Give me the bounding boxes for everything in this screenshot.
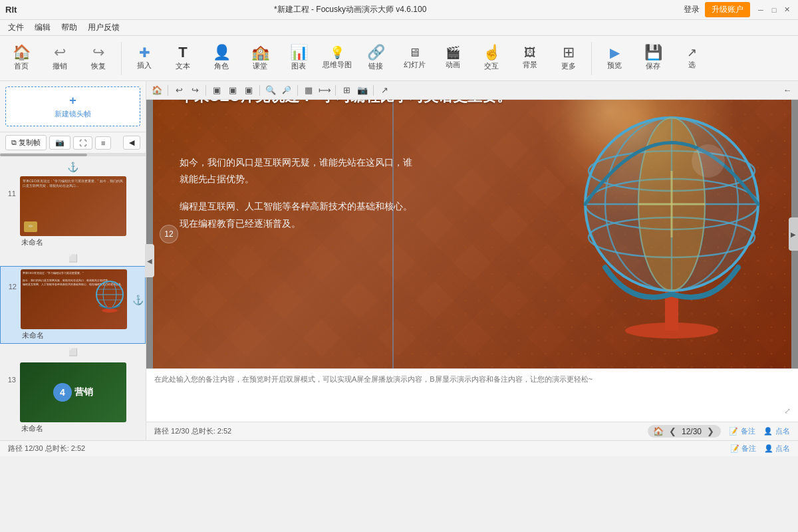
toolbar-animation[interactable]: 🎬 动画 bbox=[434, 39, 471, 78]
canvas-home-btn[interactable]: 🏠 bbox=[150, 84, 164, 97]
toolbar-text-label: 文本 bbox=[176, 61, 190, 71]
toolbar-text[interactable]: T 文本 bbox=[164, 39, 201, 78]
toolbar-chart[interactable]: 📊 图表 bbox=[280, 39, 317, 78]
canvas-undo-btn[interactable]: ↩ bbox=[172, 84, 186, 97]
text-icon: T bbox=[178, 45, 187, 60]
toolbar-role[interactable]: 👤 角色 bbox=[203, 39, 240, 78]
left-collapse-button[interactable]: ◀ bbox=[145, 244, 154, 277]
rollcall-action-button[interactable]: 👤 点名 bbox=[763, 426, 790, 436]
toolbar-animation-label: 动画 bbox=[446, 60, 460, 70]
toolbar-preview[interactable]: ▶ 预览 bbox=[596, 39, 633, 78]
nav-home-icon[interactable]: 🏠 bbox=[653, 426, 664, 436]
menu-feedback[interactable]: 用户反馈 bbox=[82, 21, 125, 35]
toolbar-class[interactable]: 🏫 课堂 bbox=[241, 39, 279, 78]
toolbar-insert[interactable]: ✚ 插入 bbox=[126, 39, 163, 78]
mind-icon: 💡 bbox=[330, 47, 344, 59]
toolbar-class-label: 课堂 bbox=[253, 61, 267, 71]
nav-next-button[interactable]: ❯ bbox=[706, 426, 716, 436]
slide-name-11: 未命名 bbox=[20, 237, 140, 247]
camera-button[interactable]: 📷 bbox=[49, 136, 70, 150]
slide-controls: ⧉ 复制帧 📷 ⛶ ≡ ◀ bbox=[0, 132, 146, 154]
canvas-back-btn[interactable]: ← bbox=[781, 84, 794, 97]
canvas-zoom-out-btn[interactable]: 🔎 bbox=[280, 84, 293, 97]
slide-item-11[interactable]: 11 苹果CEO库克说过："学习编程比学习英语更重要。" 如今，我们的风口是互联… bbox=[0, 174, 146, 250]
toolbar-redo[interactable]: ↪ 恢复 bbox=[80, 39, 117, 78]
canvas-zoom-in-btn[interactable]: 🔍 bbox=[264, 84, 277, 97]
toolbar-preview-label: 预览 bbox=[607, 61, 622, 70]
status-rollcall-button[interactable]: 👤 点名 bbox=[764, 444, 790, 454]
toolbar-link[interactable]: 🔗 链接 bbox=[357, 39, 394, 78]
toolbar-interact[interactable]: ☝ 交互 bbox=[473, 39, 510, 78]
toolbar-select[interactable]: ↗ 选 bbox=[673, 39, 710, 78]
canvas-rect3-btn[interactable]: ▣ bbox=[242, 84, 255, 97]
copy-frame-button[interactable]: ⧉ 复制帧 bbox=[5, 135, 47, 150]
slide-item-13[interactable]: 13 4 营销 未命名 bbox=[0, 360, 146, 436]
canvas-rect2-btn[interactable]: ▣ bbox=[226, 84, 239, 97]
panel-collapse-button[interactable]: ◀ bbox=[123, 136, 140, 150]
toolbar-sep-2 bbox=[591, 42, 592, 75]
toolbar-save-label: 保存 bbox=[646, 61, 660, 71]
canvas-layout-btn[interactable]: ⊞ bbox=[340, 84, 353, 97]
slide-group-13: 13 4 营销 未命名 bbox=[0, 358, 146, 438]
fullscreen-icon: ⛶ bbox=[79, 139, 86, 147]
toolbar-slideshow[interactable]: 🖥 幻灯片 bbox=[396, 39, 433, 78]
toolbar-bg[interactable]: 🖼 背景 bbox=[511, 39, 549, 78]
menu-edit[interactable]: 编辑 bbox=[29, 21, 56, 35]
svg-point-6 bbox=[102, 309, 118, 313]
nav-page-text: 12/30 bbox=[682, 427, 702, 436]
login-button[interactable]: 登录 bbox=[684, 4, 700, 15]
notes-action-button[interactable]: 📝 备注 bbox=[729, 426, 755, 436]
class-icon: 🏫 bbox=[251, 45, 269, 60]
slide-vertical-line bbox=[392, 100, 394, 368]
slide-body: 如今，我们的风口是互联网无疑，谁能先站在这风口，谁就能先占据优势。 编程是互联网… bbox=[180, 154, 419, 232]
slide-13-title: 营销 bbox=[74, 386, 93, 398]
scroll-indicator bbox=[0, 154, 146, 156]
close-button[interactable]: ✕ bbox=[782, 5, 793, 15]
canvas-grid-btn[interactable]: ▦ bbox=[302, 84, 315, 97]
slide-11-content: 苹果CEO库克说过："学习编程比学习英语更重要。" 如今，我们的风口是互联网无疑… bbox=[20, 176, 126, 196]
canvas-photo-btn[interactable]: 📷 bbox=[356, 84, 369, 97]
nav-prev-button[interactable]: ❮ bbox=[668, 426, 678, 436]
canvas-area: 🏠 ↩ ↪ ▣ ▣ ▣ 🔍 🔎 ▦ ⟼ ⊞ 📷 ↗ ← bbox=[146, 81, 798, 440]
maximize-button[interactable]: □ bbox=[769, 5, 779, 15]
interact-icon: ☝ bbox=[483, 45, 501, 60]
notes-input[interactable] bbox=[146, 369, 798, 422]
slide-item-12[interactable]: 12 苹果CEO库克说过："学习编程比学习英语更重要。" 如今，我们的风口是互联… bbox=[0, 266, 146, 344]
toolbar-more[interactable]: ⊞ 更多 bbox=[550, 39, 587, 78]
canvas-rect1-btn[interactable]: ▣ bbox=[210, 84, 223, 97]
more-icon: ⊞ bbox=[563, 45, 575, 60]
status-notes-button[interactable]: 📝 备注 bbox=[730, 444, 756, 454]
toolbar-undo[interactable]: ↩ 撤销 bbox=[41, 39, 78, 78]
slide-name-13: 未命名 bbox=[20, 424, 140, 434]
fullscreen-button[interactable]: ⛶ bbox=[73, 136, 92, 150]
canvas-redo-btn[interactable]: ↪ bbox=[188, 84, 201, 97]
chart-icon: 📊 bbox=[290, 45, 308, 60]
toolbar-home[interactable]: 🏠 首页 bbox=[3, 39, 40, 78]
slide-group-11: ⚓ 11 苹果CEO库克说过："学习编程比学习英语更重要。" 如今，我们的风口是… bbox=[0, 159, 146, 251]
canvas-arrow-btn[interactable]: ⟼ bbox=[318, 84, 331, 97]
toolbar-sep-1 bbox=[121, 42, 122, 75]
toolbar-save[interactable]: 💾 保存 bbox=[634, 39, 672, 78]
select-icon: ↗ bbox=[687, 47, 697, 59]
more-options-button[interactable]: ≡ bbox=[95, 136, 111, 150]
link-icon: 🔗 bbox=[367, 45, 385, 60]
canvas-sep-2 bbox=[205, 85, 206, 96]
new-frame-button[interactable]: + 新建镜头帧 bbox=[5, 86, 140, 126]
titlebar-right: 登录 升级账户 ─ □ ✕ bbox=[684, 2, 793, 17]
insert-icon: ✚ bbox=[139, 46, 150, 59]
home-icon: 🏠 bbox=[13, 45, 31, 60]
toolbar-mind[interactable]: 💡 思维导图 bbox=[319, 39, 356, 78]
menu-file[interactable]: 文件 bbox=[3, 21, 29, 35]
canvas-select-btn[interactable]: ↗ bbox=[378, 84, 391, 97]
toolbar-chart-label: 图表 bbox=[291, 61, 306, 71]
menu-help[interactable]: 帮助 bbox=[56, 21, 82, 35]
connector-12-13: ⬜ bbox=[0, 345, 146, 358]
anchor-12-icon: ⚓ bbox=[132, 295, 144, 305]
status-path: 路径 12/30 总时长: 2:52 bbox=[8, 444, 85, 452]
notes-expand-button[interactable]: ⤢ bbox=[782, 406, 793, 416]
slide-number-12: 12 bbox=[6, 283, 17, 291]
minimize-button[interactable]: ─ bbox=[755, 5, 766, 15]
right-panel-expand-button[interactable]: ▶ bbox=[789, 217, 798, 251]
upgrade-button[interactable]: 升级账户 bbox=[705, 2, 750, 17]
canvas-sep-3 bbox=[259, 85, 260, 96]
